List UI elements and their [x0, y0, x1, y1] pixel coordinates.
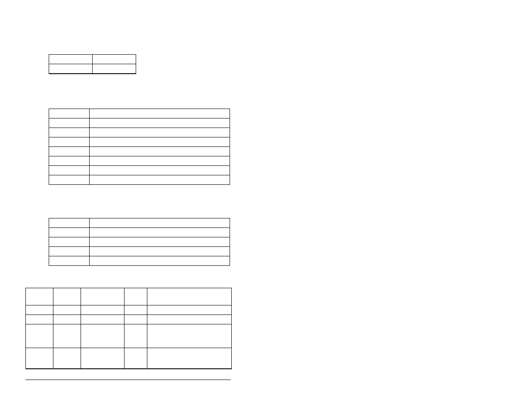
cell [90, 228, 230, 237]
footnote-rule [25, 380, 231, 380]
cell [49, 256, 90, 266]
cell [147, 305, 232, 315]
cell [93, 64, 136, 74]
cell [147, 324, 232, 348]
cell [90, 237, 230, 247]
cell [90, 247, 230, 256]
cell [124, 288, 147, 305]
cell [90, 218, 230, 228]
table-row [49, 109, 230, 118]
cell [26, 315, 53, 324]
table-1 [49, 54, 136, 74]
cell [147, 348, 232, 369]
cell [49, 128, 90, 137]
cell [49, 109, 90, 118]
cell [124, 324, 147, 348]
cell [53, 348, 81, 369]
cell [26, 305, 53, 315]
table-row [49, 137, 230, 147]
table-row [26, 324, 232, 348]
cell [53, 305, 81, 315]
table-row [49, 237, 230, 247]
cell [90, 166, 230, 175]
cell [49, 137, 90, 147]
table-row [26, 348, 232, 369]
table-3 [49, 218, 230, 266]
cell [26, 324, 53, 348]
cell [124, 305, 147, 315]
table-4 [25, 288, 232, 369]
table-row [49, 64, 136, 74]
cell [81, 288, 124, 305]
table-row [49, 55, 136, 64]
cell [81, 324, 124, 348]
cell [124, 348, 147, 369]
cell [53, 315, 81, 324]
table-row [49, 256, 230, 266]
table-row [26, 315, 232, 324]
table-row [49, 175, 230, 185]
table-row [49, 156, 230, 166]
cell [26, 348, 53, 369]
cell [49, 218, 90, 228]
table-row [49, 218, 230, 228]
cell [49, 237, 90, 247]
cell [90, 137, 230, 147]
table-row [49, 128, 230, 137]
cell [53, 288, 81, 305]
cell [93, 55, 136, 64]
cell [49, 118, 90, 128]
page [0, 0, 532, 411]
table-row [49, 166, 230, 175]
cell [81, 348, 124, 369]
cell [49, 247, 90, 256]
cell [49, 175, 90, 185]
cell [90, 156, 230, 166]
cell [81, 305, 124, 315]
cell [90, 147, 230, 156]
table-row [49, 228, 230, 237]
cell [49, 156, 90, 166]
cell [147, 288, 232, 305]
cell [90, 256, 230, 266]
cell [49, 166, 90, 175]
cell [90, 175, 230, 185]
table-row [26, 305, 232, 315]
cell [90, 109, 230, 118]
table-row [26, 288, 232, 305]
cell [26, 288, 53, 305]
cell [81, 315, 124, 324]
table-row [49, 247, 230, 256]
cell [53, 324, 81, 348]
cell [147, 315, 232, 324]
cell [49, 228, 90, 237]
cell [49, 55, 93, 64]
cell [90, 128, 230, 137]
cell [124, 315, 147, 324]
table-2 [49, 109, 230, 185]
cell [49, 147, 90, 156]
cell [90, 118, 230, 128]
table-row [49, 118, 230, 128]
cell [49, 64, 93, 74]
table-row [49, 147, 230, 156]
